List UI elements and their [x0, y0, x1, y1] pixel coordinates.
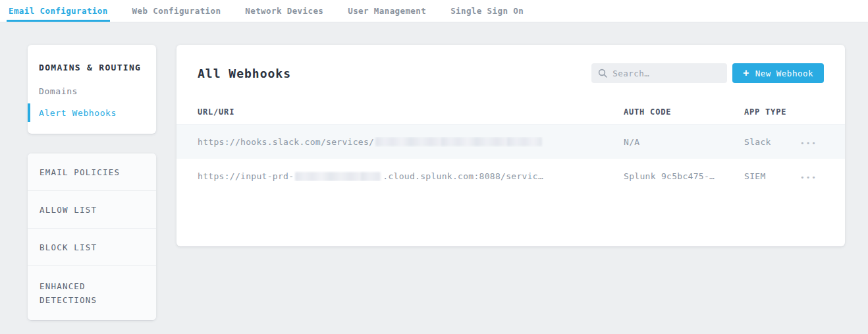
new-webhook-button[interactable]: + New Webhook	[732, 63, 824, 83]
app-type-cell: Slack	[744, 137, 794, 147]
redacted-url-segment	[375, 137, 542, 146]
webhook-url-suffix: .cloud.splunk.com:8088/servic…	[383, 171, 543, 181]
webhook-url-cell: https://input-prd- .cloud.splunk.com:808…	[198, 171, 624, 181]
sidebar-item-block-list[interactable]: BLOCK LIST	[28, 229, 156, 266]
webhooks-panel: All Webhooks + New Webhook URL/URI AUTH …	[176, 45, 845, 246]
sidebar-item-allow-list[interactable]: ALLOW LIST	[28, 191, 156, 229]
search-icon	[598, 69, 607, 78]
tab-network-devices[interactable]: Network Devices	[243, 0, 325, 22]
webhook-url-cell: https://hooks.slack.com/services/	[198, 137, 624, 147]
domains-routing-card: DOMAINS & ROUTING Domains Alert Webhooks	[28, 45, 156, 134]
tab-user-management[interactable]: User Management	[346, 0, 428, 22]
policy-sections-card: EMAIL POLICIES ALLOW LIST BLOCK LIST ENH…	[28, 153, 156, 320]
column-header-auth-code: AUTH CODE	[624, 107, 744, 117]
column-header-url: URL/URI	[198, 107, 624, 117]
tab-single-sign-on[interactable]: Single Sign On	[448, 0, 526, 22]
table-row[interactable]: https://input-prd- .cloud.splunk.com:808…	[176, 159, 845, 194]
row-menu-icon[interactable]: •••	[800, 173, 817, 182]
domains-routing-heading: DOMAINS & ROUTING	[39, 63, 146, 72]
table-header-row: URL/URI AUTH CODE APP TYPE	[176, 100, 845, 124]
webhook-url-prefix: https://hooks.slack.com/services/	[198, 137, 374, 147]
redacted-url-segment	[295, 172, 381, 181]
new-webhook-button-label: New Webhook	[755, 69, 813, 78]
sidebar-item-domains[interactable]: Domains	[39, 86, 146, 96]
sidebar-item-email-policies[interactable]: EMAIL POLICIES	[28, 153, 156, 191]
page-title: All Webhooks	[198, 67, 291, 80]
sidebar: DOMAINS & ROUTING Domains Alert Webhooks…	[28, 45, 156, 320]
app-type-cell: SIEM	[744, 171, 794, 181]
header-actions: + New Webhook	[591, 63, 824, 83]
sidebar-item-alert-webhooks[interactable]: Alert Webhooks	[39, 108, 146, 118]
column-header-app-type: APP TYPE	[744, 107, 794, 117]
webhook-url-prefix: https://input-prd-	[198, 171, 294, 181]
auth-code-cell: N/A	[624, 137, 744, 147]
row-menu-icon[interactable]: •••	[800, 139, 817, 148]
search-input[interactable]	[612, 69, 720, 78]
top-navigation: Email Configuration Web Configuration Ne…	[0, 0, 868, 22]
sidebar-item-enhanced-detections[interactable]: ENHANCED DETECTIONS	[28, 266, 156, 320]
tab-email-configuration[interactable]: Email Configuration	[7, 0, 110, 22]
table-row[interactable]: https://hooks.slack.com/services/ N/A Sl…	[176, 124, 845, 159]
page-content: DOMAINS & ROUTING Domains Alert Webhooks…	[0, 22, 868, 320]
plus-icon: +	[743, 69, 749, 78]
auth-code-cell: Splunk 9c5bc475-…	[624, 171, 744, 181]
tab-web-configuration[interactable]: Web Configuration	[130, 0, 223, 22]
panel-header: All Webhooks + New Webhook	[176, 45, 845, 100]
search-box[interactable]	[591, 63, 727, 83]
